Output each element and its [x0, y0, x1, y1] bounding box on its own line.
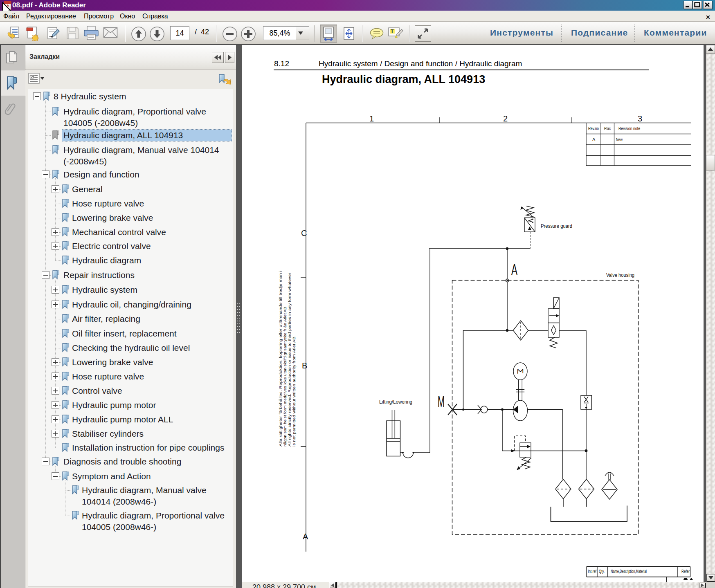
svg-text:Revision note: Revision note [618, 126, 640, 131]
svg-text:C: C [301, 229, 307, 238]
svg-text:1: 1 [369, 114, 374, 123]
svg-text:2: 2 [503, 114, 508, 123]
svg-text:A: A [592, 137, 596, 142]
svg-text:M: M [438, 393, 445, 410]
svg-text:T: T [391, 29, 394, 34]
svg-text:New: New [616, 137, 623, 142]
svg-text:Refer: Refer [681, 569, 690, 574]
svg-text:Int.ref: Int.ref [588, 569, 596, 574]
svg-text:någon som helst form medgives: någon som helst form medgives icke utan … [283, 305, 287, 447]
svg-text:Alla rättigheter förbehålles.: Alla rättigheter förbehålles. Reprodukti… [278, 271, 283, 447]
svg-text:All rights strictly reserved.: All rights strictly reserved. Reproducti… [287, 273, 292, 447]
svg-text:3: 3 [638, 114, 642, 123]
svg-text:A: A [511, 261, 517, 278]
svg-text:Name,Description,Material: Name,Description,Material [611, 569, 647, 574]
svg-text:is not permitted without writt: is not permitted without written authori… [292, 335, 296, 447]
svg-text:Σ: Σ [516, 369, 525, 374]
svg-text:Valve housing: Valve housing [606, 272, 634, 278]
svg-text:Rev.no: Rev.no [588, 126, 599, 131]
svg-text:Plac: Plac [604, 126, 611, 131]
svg-text:Pressure guard: Pressure guard [541, 223, 572, 229]
svg-text:B: B [302, 361, 307, 370]
svg-text:A: A [303, 532, 308, 541]
svg-text:Qty.: Qty. [599, 569, 605, 574]
svg-text:Lifting/Lowering: Lifting/Lowering [379, 399, 412, 405]
